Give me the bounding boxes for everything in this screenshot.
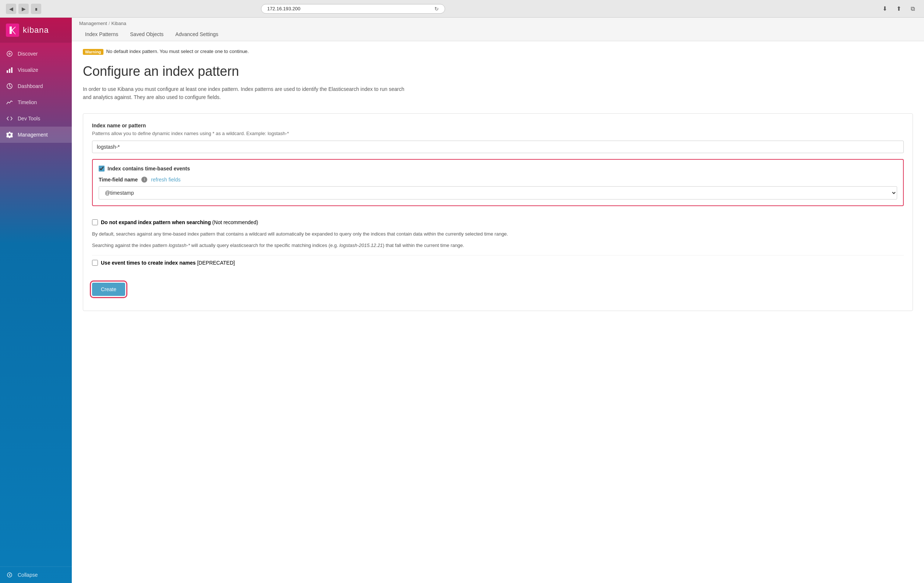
collapse-label: Collapse [18, 572, 38, 578]
time-based-checkbox-row: Index contains time-based events [99, 166, 897, 171]
page-title: Configure an index pattern [83, 64, 913, 79]
sidebar-item-label-management: Management [18, 132, 48, 138]
tab-saved-objects[interactable]: Saved Objects [124, 28, 169, 41]
expand-description-1: By default, searches against any time-ba… [92, 231, 904, 238]
svg-rect-5 [11, 68, 13, 73]
warning-badge: Warning [83, 49, 104, 55]
expand-desc2-prefix: Searching against the index pattern [92, 242, 168, 248]
expand-section: Do not expand index pattern when searchi… [92, 214, 904, 256]
main-content: Management / Kibana Index Patterns Saved… [72, 18, 924, 583]
back-button[interactable]: ◀ [6, 4, 16, 14]
breadcrumb: Management / Kibana [79, 21, 917, 26]
warning-message: No default index pattern. You must selec… [106, 49, 249, 54]
top-nav: Management / Kibana Index Patterns Saved… [72, 18, 924, 41]
sidebar-item-management[interactable]: Management [0, 127, 72, 143]
timestamp-select[interactable]: @timestamp [99, 186, 897, 199]
create-btn-section: Create [92, 277, 904, 302]
svg-point-2 [9, 53, 10, 54]
index-name-label: Index name or pattern [92, 123, 904, 128]
expand-desc2-middle: will actually query elasticsearch for th… [190, 242, 340, 248]
reload-button[interactable]: ↻ [434, 6, 439, 12]
expand-checkbox-row: Do not expand index pattern when searchi… [92, 219, 904, 225]
share-button[interactable]: ⬆ [894, 4, 904, 14]
kibana-logo-text: kibana [23, 25, 49, 35]
sidebar-item-label-timelion: Timelion [18, 99, 37, 105]
sidebar: kibana Discover [0, 18, 72, 583]
index-name-description: Patterns allow you to define dynamic ind… [92, 131, 904, 136]
tab-advanced-settings[interactable]: Advanced Settings [169, 28, 224, 41]
event-times-checkbox[interactable] [92, 260, 98, 266]
address-text: 172.16.193.200 [267, 6, 300, 12]
browser-actions: ⬇ ⬆ ⧉ [880, 4, 918, 14]
event-times-label[interactable]: Use event times to create index names [D… [101, 260, 235, 266]
time-field-row: Time-field name i refresh fields [99, 177, 897, 183]
expand-description-2: Searching against the index pattern logs… [92, 242, 904, 250]
sidebar-item-label-discover: Discover [18, 51, 38, 57]
time-based-label[interactable]: Index contains time-based events [107, 166, 190, 171]
sidebar-item-timelion[interactable]: Timelion [0, 94, 72, 110]
sidebar-item-label-devtools: Dev Tools [18, 115, 40, 122]
collapse-icon [6, 571, 13, 578]
create-button[interactable]: Create [92, 283, 125, 296]
forward-button[interactable]: ▶ [18, 4, 29, 14]
sidebar-item-dashboard[interactable]: Dashboard [0, 78, 72, 94]
app-wrapper: kibana Discover [0, 18, 924, 583]
sidebar-nav: Discover Visualize [0, 43, 72, 567]
breadcrumb-separator: / [109, 21, 110, 26]
index-pattern-form: Index name or pattern Patterns allow you… [83, 114, 913, 311]
expand-desc2-pattern: logstash-* [168, 242, 190, 248]
sidebar-item-label-visualize: Visualize [18, 67, 38, 73]
kibana-logo-icon [6, 23, 19, 37]
sidebar-collapse[interactable]: Collapse [0, 567, 72, 583]
nav-buttons: ◀ ▶ ∎ [6, 4, 41, 14]
sidebar-logo: kibana [0, 18, 72, 43]
sidebar-item-label-dashboard: Dashboard [18, 83, 43, 89]
sidebar-item-discover[interactable]: Discover [0, 46, 72, 62]
nav-tabs: Index Patterns Saved Objects Advanced Se… [79, 28, 917, 41]
breadcrumb-part2: Kibana [112, 21, 126, 26]
expand-label-bold: Do not expand index pattern when searchi… [101, 219, 211, 225]
visualize-icon [6, 66, 13, 74]
expand-checkbox[interactable] [92, 219, 98, 225]
info-icon[interactable]: i [141, 177, 147, 183]
management-icon [6, 131, 13, 138]
svg-rect-4 [9, 69, 10, 73]
event-times-row: Use event times to create index names [D… [92, 255, 904, 272]
refresh-fields-link[interactable]: refresh fields [151, 177, 180, 183]
download-button[interactable]: ⬇ [880, 4, 890, 14]
svg-line-8 [10, 86, 11, 87]
time-based-checkbox[interactable] [99, 166, 104, 171]
index-name-input[interactable] [92, 141, 904, 153]
page-description: In order to use Kibana you must configur… [83, 85, 414, 102]
warning-banner: Warning No default index pattern. You mu… [83, 49, 913, 55]
event-times-deprecated: [DEPRECATED] [197, 260, 234, 266]
expand-label[interactable]: Do not expand index pattern when searchi… [101, 219, 258, 225]
devtools-icon [6, 115, 13, 122]
tab-index-patterns[interactable]: Index Patterns [79, 28, 124, 41]
discover-icon [6, 50, 13, 58]
browser-chrome: ◀ ▶ ∎ 172.16.193.200 ↻ ⬇ ⬆ ⧉ [0, 0, 924, 18]
svg-point-1 [7, 51, 12, 56]
expand-desc2-example: logstash-2015.12.21 [340, 242, 383, 248]
breadcrumb-part1: Management [79, 21, 107, 26]
svg-rect-3 [7, 70, 8, 73]
time-field-label: Time-field name [99, 177, 138, 183]
expand-not-recommended: (Not recommended) [213, 219, 258, 225]
fullscreen-button[interactable]: ⧉ [908, 4, 918, 14]
sidebar-item-devtools[interactable]: Dev Tools [0, 110, 72, 127]
time-based-section: Index contains time-based events Time-fi… [92, 159, 904, 206]
dashboard-icon [6, 82, 13, 90]
expand-desc2-suffix: ) that fall within the current time rang… [383, 242, 464, 248]
sidebar-item-visualize[interactable]: Visualize [0, 62, 72, 78]
page-body: Warning No default index pattern. You mu… [72, 41, 924, 583]
address-bar[interactable]: 172.16.193.200 ↻ [261, 4, 445, 14]
timelion-icon [6, 99, 13, 106]
svg-marker-0 [10, 26, 15, 35]
event-times-label-bold: Use event times to create index names [101, 260, 196, 266]
sidebar-toggle-button[interactable]: ∎ [31, 4, 41, 14]
